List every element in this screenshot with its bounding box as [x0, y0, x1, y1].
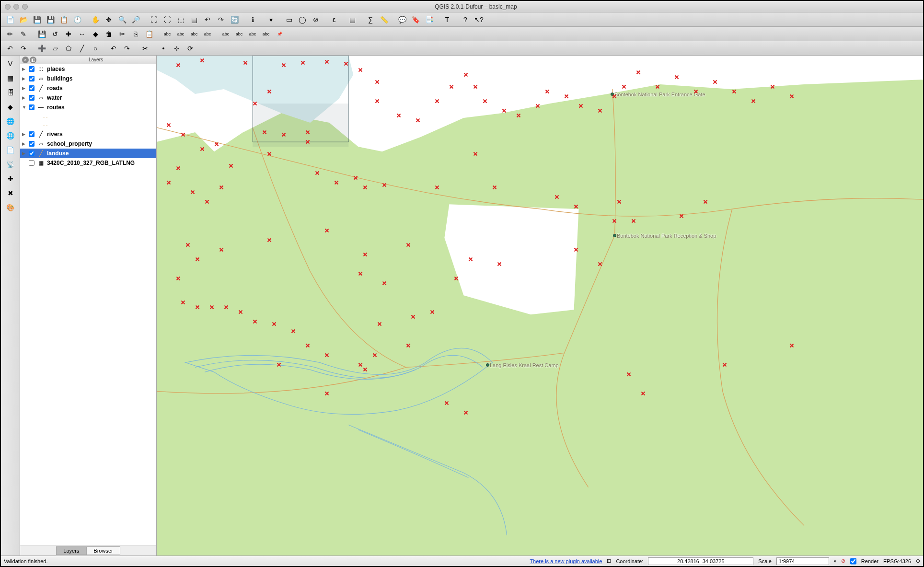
whats-this-button[interactable]: ↖?	[473, 14, 485, 25]
comment-button[interactable]: 💬	[396, 14, 408, 25]
crs-icon[interactable]: ⊕	[916, 558, 920, 564]
close-panel-icon[interactable]: ×	[22, 57, 29, 63]
pan-button[interactable]: ✋	[89, 14, 102, 25]
add-gps-button[interactable]: 📡	[4, 158, 17, 171]
dropdown-button[interactable]: ▾	[265, 14, 277, 25]
layer-checkbox[interactable]	[29, 85, 35, 91]
layer-item-routes[interactable]: ▼—routes	[20, 103, 156, 112]
toggle-extents-icon[interactable]: ⊞	[607, 558, 611, 564]
abc-pin-button[interactable]: 📌	[273, 28, 286, 40]
zoom-out-button[interactable]: 🔎	[129, 14, 142, 25]
tab-layers[interactable]: Layers	[56, 546, 86, 555]
scale-dropdown-icon[interactable]: ▾	[834, 559, 836, 564]
paste-feat-button[interactable]: 📋	[143, 28, 155, 40]
add-spatialite-button[interactable]: ◆	[4, 101, 17, 113]
layer-checkbox[interactable]	[29, 76, 35, 81]
line-button[interactable]: ╱	[76, 43, 88, 54]
zoom-in-button[interactable]: 🔍	[116, 14, 128, 25]
circle-button[interactable]: ○	[89, 43, 102, 54]
abc3-button[interactable]: abc	[188, 28, 200, 40]
add-raster-button[interactable]: ▦	[4, 72, 17, 84]
help-button[interactable]: ?	[459, 14, 472, 25]
bookmarks-button[interactable]: 📑	[423, 14, 435, 25]
zoom-native-button[interactable]: ⛶	[148, 14, 160, 25]
identify-button[interactable]: ℹ	[246, 14, 259, 25]
new-project-button[interactable]: 📄	[4, 14, 16, 25]
snap-button[interactable]: ⊹	[171, 43, 183, 54]
add-wms-button[interactable]: 🌐	[4, 115, 17, 127]
detach-panel-icon[interactable]: ◧	[30, 57, 36, 63]
scale-input[interactable]	[776, 557, 829, 565]
deselect-button[interactable]: ⊘	[310, 14, 322, 25]
layer-checkbox[interactable]	[29, 131, 35, 137]
expression-button[interactable]: ε	[328, 14, 340, 25]
feature-button[interactable]: ▱	[49, 43, 61, 54]
select-button[interactable]: ▭	[283, 14, 295, 25]
map-canvas[interactable]: Bontebok National Park Entrance GateBont…	[157, 56, 923, 555]
coord-input[interactable]	[648, 557, 753, 565]
poly-button[interactable]: ⬠	[62, 43, 75, 54]
layer-checkbox[interactable]	[29, 160, 35, 166]
expand-icon[interactable]: ▶	[22, 132, 27, 137]
move-feature-button[interactable]: ↔	[76, 28, 88, 40]
layer-item-places[interactable]: ▶:::places	[20, 64, 156, 74]
expand-icon[interactable]: ▶	[22, 95, 27, 100]
zoom-icon[interactable]	[22, 4, 28, 10]
redo-button[interactable]: ↷	[17, 43, 30, 54]
redo2-button[interactable]: ↷	[121, 43, 133, 54]
point-tool-button[interactable]: •	[157, 43, 170, 54]
render-checkbox[interactable]	[850, 557, 856, 565]
history-button[interactable]: 🕘	[71, 14, 83, 25]
zoom-layer-button[interactable]: ▤	[188, 14, 200, 25]
add-vector-button[interactable]: V	[4, 58, 17, 70]
undo2-button[interactable]: ↶	[107, 43, 120, 54]
abc4-button[interactable]: abc	[201, 28, 214, 40]
stop-render-icon[interactable]: ⊘	[841, 558, 845, 564]
save-edits-button[interactable]: 💾	[35, 28, 48, 40]
new-shapefile-button[interactable]: ✚	[4, 173, 17, 185]
layer-item-3420C_2010_327_RGB_LATLNG[interactable]: ▦3420C_2010_327_RGB_LATLNG	[20, 158, 156, 168]
rotate-button[interactable]: ⟳	[184, 43, 196, 54]
bookmark-button[interactable]: 🔖	[409, 14, 422, 25]
cut-button[interactable]: ✂	[116, 28, 128, 40]
layer-checkbox[interactable]	[29, 150, 35, 156]
zoom-selection-button[interactable]: ⬚	[174, 14, 187, 25]
open-button[interactable]: 📂	[17, 14, 30, 25]
layer-add-button[interactable]: ➕	[35, 43, 48, 54]
expand-icon[interactable]: ▼	[22, 105, 27, 110]
layer-checkbox[interactable]	[29, 66, 35, 72]
select-lasso-button[interactable]: ◯	[296, 14, 309, 25]
minimize-icon[interactable]	[13, 4, 19, 10]
abc2-button[interactable]: abc	[174, 28, 187, 40]
text-button[interactable]: T	[441, 14, 453, 25]
edit-button[interactable]: ✎	[17, 28, 30, 40]
save-button[interactable]: 💾	[31, 14, 43, 25]
copy-button[interactable]: 📋	[58, 14, 70, 25]
plugin-link[interactable]: There is a new plugin available	[530, 558, 602, 564]
tab-browser[interactable]: Browser	[86, 546, 120, 555]
remove-layer-button[interactable]: ✖	[4, 187, 17, 199]
expand-icon[interactable]: ▶	[22, 76, 27, 81]
abc6-button[interactable]: abc	[233, 28, 245, 40]
add-csv-button[interactable]: 📄	[4, 144, 17, 156]
expand-icon[interactable]: ▶	[22, 67, 27, 71]
save-as-button[interactable]: 💾	[44, 14, 57, 25]
scissors-button[interactable]: ✂	[139, 43, 151, 54]
zoom-full-button[interactable]: ⛶	[161, 14, 173, 25]
rollback-button[interactable]: ↺	[49, 28, 61, 40]
add-feature-button[interactable]: ✚	[62, 28, 75, 40]
layer-checkbox[interactable]	[29, 141, 35, 147]
layer-item-rivers[interactable]: ▶╱rivers	[20, 129, 156, 139]
layer-tree[interactable]: ▶:::places▶▱buildings▶╱roads▶▱water▼—rou…	[20, 64, 156, 545]
node-tool-button[interactable]: ◆	[89, 28, 102, 40]
table-button[interactable]: ▦	[346, 14, 358, 25]
delete-button[interactable]: 🗑	[103, 28, 115, 40]
window-controls[interactable]	[5, 4, 28, 10]
layer-checkbox[interactable]	[29, 104, 35, 110]
zoom-next-button[interactable]: ↷	[215, 14, 227, 25]
layer-item-roads[interactable]: ▶╱roads	[20, 83, 156, 93]
zoom-last-button[interactable]: ↶	[201, 14, 214, 25]
abc5-button[interactable]: abc	[219, 28, 232, 40]
add-db-button[interactable]: 🗄	[4, 86, 17, 99]
undo-button[interactable]: ↶	[4, 43, 16, 54]
